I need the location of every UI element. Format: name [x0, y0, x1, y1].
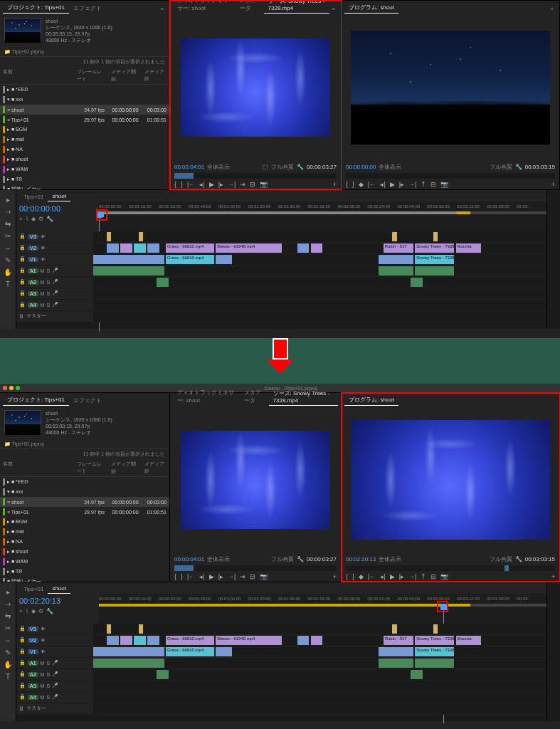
tab-program[interactable]: プログラム: shoot — [344, 394, 398, 406]
tree-row[interactable]: ≡ shoot24.97 fps00:00:00:0000:03:00 — [0, 497, 169, 507]
clip[interactable]: Robin - 517 — [384, 243, 413, 253]
mark-in-icon[interactable]: { — [346, 573, 348, 580]
clip[interactable] — [379, 647, 413, 656]
time-ruler[interactable]: 00:00:00:0000:00:16:0000:00:32:0000:00:4… — [99, 594, 546, 624]
mark-in-icon[interactable]: { — [174, 573, 176, 580]
export-frame-icon[interactable]: 📷 — [440, 573, 448, 580]
clip[interactable] — [93, 266, 128, 276]
clip[interactable] — [433, 232, 438, 241]
clip[interactable] — [120, 636, 132, 645]
play-icon[interactable]: ▶ — [209, 573, 214, 580]
timeline-tab-tips[interactable]: Tips+01 — [19, 192, 48, 201]
link-icon[interactable]: ⌇ — [26, 216, 28, 223]
tab-metadata[interactable]: メタデータ — [236, 0, 263, 14]
selection-tool-icon[interactable]: ▸ — [6, 588, 10, 596]
clip[interactable] — [379, 255, 413, 264]
clip[interactable] — [157, 670, 169, 679]
go-out-icon[interactable]: →| — [228, 573, 236, 580]
export-frame-icon[interactable]: 📷 — [260, 573, 268, 580]
timeline-scrollbar[interactable] — [16, 715, 546, 721]
program-timecode[interactable]: 00:02:20:13 — [346, 556, 376, 562]
tree-row[interactable]: ▸ ■ TR — [0, 567, 169, 577]
program-scrubber[interactable] — [346, 565, 555, 571]
timeline-tab-shoot[interactable]: shoot — [48, 584, 70, 594]
tab-mixer[interactable]: ディオトラックミキサー: shoot — [173, 0, 236, 14]
mark-out-icon[interactable]: } — [181, 573, 183, 580]
tree-row[interactable]: ▸ ■ shoot — [0, 547, 169, 557]
project-tree[interactable]: ▸ ■ *EED ▾ ■ xxx ≡ shoot24.97 fps00:00:0… — [0, 85, 169, 189]
tree-row[interactable]: ▸ ■ BGM — [0, 517, 169, 527]
source-preview[interactable] — [181, 38, 330, 137]
tree-row[interactable]: ▸ ■ NA — [0, 145, 169, 154]
tab-effects[interactable]: エフェクト — [69, 395, 106, 406]
slip-tool-icon[interactable]: ↔ — [4, 244, 11, 252]
clip[interactable] — [392, 624, 396, 634]
fit-dropdown[interactable]: 全体表示 — [379, 163, 401, 171]
step-back-icon[interactable]: ◂| — [199, 181, 204, 188]
tab-effects[interactable]: エフェクト — [69, 3, 106, 14]
panel-menu-icon[interactable]: » — [158, 4, 167, 14]
quality-dropdown[interactable]: フル画質 — [271, 163, 294, 171]
clip[interactable] — [157, 278, 169, 287]
clip[interactable] — [125, 659, 164, 668]
mark-out-icon[interactable]: } — [181, 181, 183, 188]
mark-out-icon[interactable]: } — [352, 573, 354, 580]
clip[interactable]: Snowy Trees - 7328 — [415, 243, 454, 253]
clip[interactable]: Snowy Trees - 7328 — [415, 255, 454, 264]
overwrite-icon[interactable]: ⊟ — [250, 573, 255, 580]
project-tree[interactable]: ▸ ■ *EED ▾ ■ xxx ≡ shoot24.97 fps00:00:0… — [0, 477, 169, 582]
insert-icon[interactable]: ⇥ — [240, 181, 245, 188]
clip[interactable] — [411, 278, 423, 287]
marker-icon[interactable]: ◆ — [359, 573, 364, 580]
ripple-tool-icon[interactable]: ⇆ — [5, 220, 11, 228]
clip[interactable] — [139, 624, 143, 634]
pen-tool-icon[interactable]: ✎ — [5, 649, 11, 656]
clip[interactable] — [415, 659, 454, 668]
tab-program[interactable]: プログラム: shoot — [344, 2, 398, 14]
clip[interactable] — [93, 659, 128, 668]
tree-row[interactable]: ▸ ■ WAM — [0, 557, 169, 567]
clip[interactable] — [411, 670, 423, 679]
wrench-icon[interactable]: 🔧 — [515, 556, 522, 562]
slip-tool-icon[interactable]: ↔ — [4, 636, 11, 644]
tree-row[interactable]: ▸ ■ shoot — [0, 154, 169, 164]
tree-row[interactable]: ≡ Tips+0129.97 fps00:00:00:0001:00:51 — [0, 507, 169, 517]
clip[interactable] — [125, 266, 164, 276]
step-back-icon[interactable]: ◂| — [380, 181, 385, 188]
step-fwd-icon[interactable]: |▸ — [218, 181, 223, 188]
step-back-icon[interactable]: ◂| — [380, 573, 385, 580]
go-in-icon[interactable]: |← — [187, 181, 195, 188]
wrench-icon[interactable]: 🔧 — [46, 216, 53, 223]
timeline-tab-shoot[interactable]: shoot — [48, 192, 70, 201]
source-in-timecode[interactable]: 00:00:04:01 — [174, 164, 204, 170]
track-content[interactable]: Grass - 66810.mp4Waves - 61948.mp4Robin … — [93, 624, 546, 715]
track-headers[interactable]: 🔒V3👁🔒V2👁🔒V1👁🔒A1MS🎤🔒A2MS🎤🔒A3MS🎤🔒A4MS🎤🎚マスタ… — [16, 231, 93, 322]
timeline-tab-tips[interactable]: Tips+01 — [19, 584, 48, 594]
clip[interactable] — [134, 636, 146, 645]
go-in-icon[interactable]: |← — [187, 573, 195, 580]
time-ruler[interactable]: 00:00:00:0000:00:16:0000:00:32:0000:00:4… — [99, 201, 546, 231]
mark-in-icon[interactable]: { — [174, 181, 176, 188]
export-frame-icon[interactable]: 📷 — [260, 181, 268, 188]
step-fwd-icon[interactable]: |▸ — [399, 573, 404, 580]
clip[interactable] — [147, 243, 159, 253]
clip[interactable] — [297, 636, 310, 645]
razor-tool-icon[interactable]: ✂ — [5, 624, 11, 632]
tree-row[interactable]: ▾ ■ xxx — [0, 95, 169, 105]
clip[interactable] — [120, 243, 132, 253]
tree-row[interactable]: ▸ ■ mat — [0, 527, 169, 537]
step-fwd-icon[interactable]: |▸ — [218, 573, 223, 580]
go-out-icon[interactable]: →| — [408, 573, 416, 580]
clip[interactable]: Mounta — [456, 636, 482, 645]
track-select-icon[interactable]: ⇢ — [5, 208, 11, 216]
razor-tool-icon[interactable]: ✂ — [5, 232, 11, 240]
go-out-icon[interactable]: →| — [408, 181, 416, 188]
tab-metadata[interactable]: メタデータ — [240, 387, 269, 406]
tab-source[interactable]: ソース: Snowy Trees - 7328.mp4 — [264, 0, 329, 14]
clip[interactable] — [107, 232, 111, 241]
tree-row[interactable]: ▸ ■ mat — [0, 135, 169, 145]
add-button-icon[interactable]: + — [333, 573, 337, 580]
program-scrubber[interactable] — [346, 173, 555, 179]
program-preview[interactable] — [351, 420, 550, 540]
clip[interactable] — [93, 647, 128, 656]
